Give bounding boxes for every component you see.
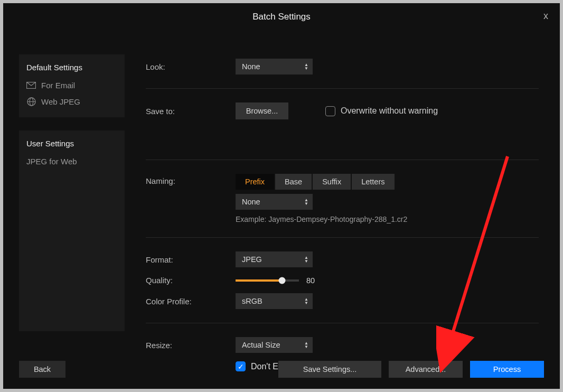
overwrite-label: Overwrite without warning (341, 106, 438, 116)
default-settings-header: Default Settings (19, 60, 125, 77)
window-title: Batch Settings (252, 12, 311, 22)
naming-example: Example: Jaymes-Dempsey-Photography-288_… (236, 215, 407, 223)
globe-icon (26, 97, 36, 106)
sidebar-item-for-email[interactable]: For Email (19, 77, 125, 94)
format-select[interactable]: JPEG ▲▼ (236, 251, 313, 267)
mail-icon (26, 82, 36, 89)
look-label: Look: (146, 62, 236, 71)
user-settings-panel: User Settings JPEG for Web (19, 130, 125, 331)
quality-value: 80 (306, 276, 315, 285)
footer: Back Save Settings... Advanced... Proces… (3, 357, 560, 389)
naming-select[interactable]: None ▲▼ (236, 194, 313, 210)
stepper-icon: ▲▼ (304, 198, 308, 206)
tab-base[interactable]: Base (275, 174, 312, 190)
sidebar: Default Settings For Email Web JPEG User… (19, 31, 125, 357)
tab-suffix[interactable]: Suffix (313, 174, 351, 190)
stepper-icon: ▲▼ (304, 256, 308, 263)
profile-value: sRGB (242, 297, 262, 305)
resize-value: Actual Size (242, 341, 280, 349)
stepper-icon: ▲▼ (304, 63, 308, 70)
profile-label: Color Profile: (146, 297, 236, 306)
slider-track[interactable] (236, 279, 299, 282)
stepper-icon: ▲▼ (304, 341, 308, 349)
sidebar-item-web-jpeg[interactable]: Web JPEG (19, 94, 125, 110)
slider-fill (236, 279, 282, 282)
process-button[interactable]: Process (470, 361, 544, 378)
look-select[interactable]: None ▲▼ (236, 59, 313, 74)
default-settings-panel: Default Settings For Email Web JPEG (19, 54, 125, 117)
saveto-label: Save to: (146, 107, 236, 116)
quality-label: Quality: (146, 276, 236, 285)
settings-form: Look: None ▲▼ Save to: Browse... Overwri… (146, 31, 544, 357)
titlebar: Batch Settings x (3, 3, 560, 31)
tab-letters[interactable]: Letters (352, 174, 394, 190)
profile-select[interactable]: sRGB ▲▼ (236, 293, 313, 309)
tab-prefix[interactable]: Prefix (236, 174, 274, 190)
resize-select[interactable]: Actual Size ▲▼ (236, 337, 313, 353)
naming-value: None (242, 198, 260, 206)
sidebar-item-label: JPEG for Web (26, 157, 77, 166)
advanced-button[interactable]: Advanced... (389, 361, 463, 378)
stepper-icon: ▲▼ (304, 297, 308, 305)
resize-label: Resize: (146, 341, 236, 350)
close-button[interactable]: x (543, 11, 548, 22)
back-button[interactable]: Back (19, 361, 65, 378)
format-label: Format: (146, 255, 236, 264)
sidebar-item-jpeg-for-web[interactable]: JPEG for Web (19, 153, 125, 170)
quality-slider[interactable]: 80 (236, 276, 315, 285)
naming-label: Naming: (146, 174, 236, 185)
look-value: None (242, 62, 260, 71)
naming-tabs: Prefix Base Suffix Letters (236, 174, 407, 190)
user-settings-header: User Settings (19, 136, 125, 153)
browse-button[interactable]: Browse... (236, 102, 288, 119)
overwrite-checkbox-wrap[interactable]: Overwrite without warning (325, 106, 438, 116)
batch-settings-window: Batch Settings x Default Settings For Em… (3, 3, 560, 389)
slider-thumb[interactable] (278, 277, 285, 284)
overwrite-checkbox[interactable] (325, 106, 335, 116)
sidebar-item-label: For Email (41, 81, 75, 90)
save-settings-button[interactable]: Save Settings... (278, 361, 381, 378)
format-value: JPEG (242, 255, 262, 264)
sidebar-item-label: Web JPEG (41, 97, 80, 106)
